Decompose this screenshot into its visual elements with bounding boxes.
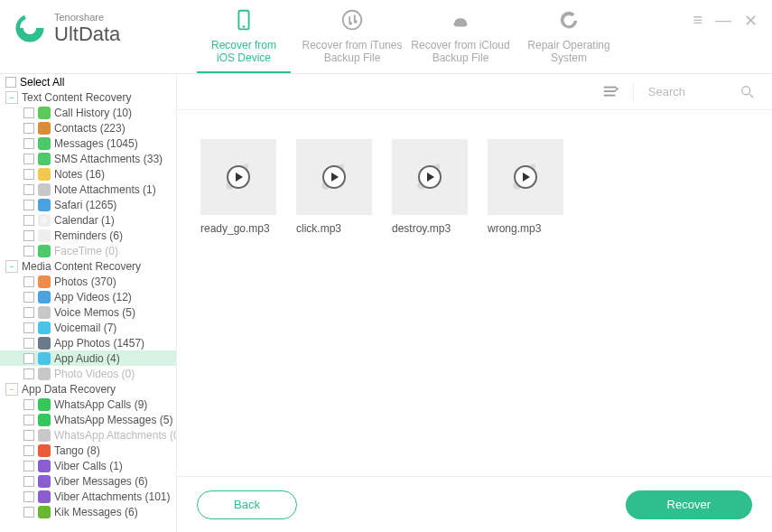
sidebar-item-2-5[interactable]: Viber Messages (6) <box>0 473 176 489</box>
file-thumb-1[interactable]: click.mp3 <box>296 139 372 235</box>
checkbox[interactable] <box>23 445 34 456</box>
checkbox[interactable] <box>23 476 34 487</box>
checkbox[interactable] <box>23 276 34 287</box>
checkbox[interactable] <box>23 507 34 518</box>
sidebar-item-0-7[interactable]: 9Calendar (1) <box>0 212 176 228</box>
play-icon[interactable] <box>418 165 442 189</box>
checkbox[interactable] <box>23 138 34 149</box>
category-icon <box>38 414 51 426</box>
toolbar-separator <box>633 83 634 101</box>
checkbox[interactable] <box>23 353 34 364</box>
play-icon[interactable] <box>322 165 346 189</box>
tab-icon-3 <box>556 8 581 33</box>
category-icon <box>38 490 51 503</box>
checkbox[interactable] <box>23 215 34 226</box>
checkbox[interactable] <box>23 322 34 333</box>
sidebar-item-1-1[interactable]: App Videos (12) <box>0 289 176 304</box>
sidebar-item-0-5[interactable]: Note Attachments (1) <box>0 182 176 197</box>
checkbox[interactable] <box>23 307 34 318</box>
file-name: wrong.mp3 <box>488 222 563 235</box>
close-icon[interactable]: ✕ <box>744 11 758 31</box>
section-1[interactable]: −Media Content Recovery <box>0 258 176 274</box>
sidebar-item-2-7[interactable]: Kik Messages (6) <box>0 504 176 519</box>
category-icon <box>38 337 51 350</box>
tab-0[interactable]: Recover fromiOS Device <box>190 1 298 73</box>
sidebar-item-2-4[interactable]: Viber Calls (1) <box>0 458 176 473</box>
sidebar-item-2-6[interactable]: Viber Attachments (101) <box>0 489 176 504</box>
play-icon[interactable] <box>227 165 250 189</box>
svg-rect-5 <box>604 90 616 92</box>
sidebar-item-0-4[interactable]: Notes (16) <box>0 166 176 182</box>
sidebar-item-0-9[interactable]: FaceTime (0) <box>0 243 176 258</box>
sidebar-item-2-1[interactable]: WhatsApp Messages (5) <box>0 412 176 427</box>
recover-button[interactable]: Recover <box>626 490 752 519</box>
sidebar-item-1-3[interactable]: Voicemail (7) <box>0 320 176 335</box>
file-preview[interactable] <box>392 139 468 215</box>
file-name: click.mp3 <box>296 222 372 235</box>
checkbox[interactable] <box>23 184 34 195</box>
tab-1[interactable]: Recover from iTunesBackup File <box>298 1 406 73</box>
section-0[interactable]: −Text Content Recovery <box>0 89 176 105</box>
category-icon <box>38 429 51 442</box>
checkbox[interactable] <box>23 154 34 164</box>
sidebar-item-1-5[interactable]: App Audio (4) <box>0 350 176 366</box>
sidebar-item-2-2[interactable]: WhatsApp Attachments (0) <box>0 427 176 443</box>
sidebar-item-0-8[interactable]: Reminders (6) <box>0 228 176 243</box>
checkbox[interactable] <box>23 491 34 502</box>
category-icon <box>38 306 51 319</box>
file-preview[interactable] <box>296 139 372 215</box>
checkbox[interactable] <box>23 246 34 257</box>
section-2[interactable]: −App Data Recovery <box>0 381 176 397</box>
checkbox[interactable] <box>23 338 34 349</box>
svg-point-2 <box>243 25 246 28</box>
sidebar-item-1-2[interactable]: Voice Memos (5) <box>0 304 176 320</box>
checkbox[interactable] <box>23 415 34 425</box>
file-preview[interactable] <box>200 139 276 215</box>
file-thumb-0[interactable]: ready_go.mp3 <box>200 139 276 235</box>
category-icon <box>38 291 51 303</box>
checkbox[interactable] <box>23 461 34 471</box>
tab-3[interactable]: Repair OperatingSystem <box>515 1 623 73</box>
list-view-icon[interactable] <box>602 84 619 100</box>
checkbox[interactable] <box>23 107 34 118</box>
tab-2[interactable]: Recover from iCloudBackup File <box>406 1 515 73</box>
checkbox[interactable] <box>23 200 34 210</box>
sidebar-item-2-3[interactable]: Tango (8) <box>0 443 176 458</box>
checkbox[interactable] <box>23 369 34 379</box>
checkbox[interactable] <box>23 169 34 180</box>
sidebar-item-1-0[interactable]: Photos (370) <box>0 274 176 289</box>
select-all[interactable]: Select All <box>0 74 176 89</box>
checkbox[interactable] <box>23 123 34 134</box>
category-icon <box>38 107 51 119</box>
sidebar-item-0-3[interactable]: SMS Attachments (33) <box>0 151 176 166</box>
sidebar-item-0-1[interactable]: Contacts (223) <box>0 120 176 135</box>
checkbox[interactable] <box>23 292 34 303</box>
category-icon <box>38 229 51 242</box>
file-thumb-2[interactable]: destroy.mp3 <box>392 139 468 235</box>
tab-icon-0 <box>231 8 256 33</box>
sidebar-item-1-4[interactable]: App Photos (1457) <box>0 335 176 350</box>
back-button[interactable]: Back <box>197 490 297 519</box>
file-thumb-3[interactable]: wrong.mp3 <box>488 139 563 235</box>
sidebar-item-0-6[interactable]: Safari (1265) <box>0 197 176 212</box>
section-toggle-icon: − <box>5 383 18 396</box>
sidebar-item-2-0[interactable]: WhatsApp Calls (9) <box>0 397 176 412</box>
sidebar-item-0-0[interactable]: Call History (10) <box>0 105 176 120</box>
menu-icon[interactable]: ≡ <box>693 11 702 31</box>
brand-logo-icon <box>14 13 45 43</box>
sidebar-item-0-2[interactable]: Messages (1045) <box>0 135 176 151</box>
svg-rect-4 <box>604 86 616 88</box>
category-icon: 9 <box>38 214 51 227</box>
sidebar-item-1-6[interactable]: Photo Videos (0) <box>0 366 176 381</box>
search-input[interactable]: Search <box>648 84 756 100</box>
play-icon[interactable] <box>514 165 537 189</box>
checkbox[interactable] <box>23 399 34 410</box>
checkbox[interactable] <box>23 230 34 241</box>
section-toggle-icon: − <box>5 260 18 273</box>
checkbox[interactable] <box>5 77 16 88</box>
tab-icon-1 <box>339 8 365 33</box>
file-preview[interactable] <box>488 139 563 215</box>
category-icon <box>38 153 51 165</box>
checkbox[interactable] <box>23 430 34 441</box>
minimize-icon[interactable]: — <box>715 11 731 31</box>
